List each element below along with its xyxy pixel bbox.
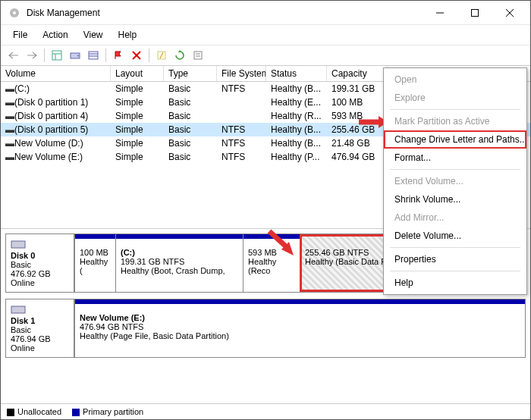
toolbar-delete-icon[interactable] (128, 47, 145, 64)
col-status[interactable]: Status (266, 66, 327, 81)
cell: Simple (111, 109, 164, 123)
disk-row[interactable]: Disk 1Basic476.94 GBOnlineNew Volume (E:… (5, 299, 526, 358)
toolbar-list-icon[interactable] (85, 47, 102, 64)
context-menu: Open Explore Mark Partition as Active Ch… (383, 67, 527, 295)
cell: ▬New Volume (E:) (1, 150, 111, 164)
legend-unallocated: Unallocated (17, 407, 61, 416)
back-button[interactable] (5, 47, 22, 64)
ctx-format[interactable]: Format... (384, 149, 526, 167)
menu-help[interactable]: Help (111, 27, 145, 43)
app-icon (8, 7, 20, 19)
cell: ▬(C:) (1, 82, 111, 96)
ctx-mark-active[interactable]: Mark Partition as Active (384, 112, 526, 130)
cell: Simple (111, 82, 164, 96)
cell: Basic (164, 82, 217, 96)
legend-primary: Primary partition (83, 407, 143, 416)
cell: Healthy (R... (266, 109, 327, 123)
titlebar: Disk Management (1, 1, 530, 25)
toolbar-flag-icon[interactable] (110, 47, 127, 64)
toolbar-layout-icon[interactable] (49, 47, 65, 64)
toolbar-properties-icon[interactable] (190, 47, 206, 64)
partition[interactable]: 593 MBHealthy (Reco (243, 234, 300, 292)
cell: 199.31 GB (327, 82, 388, 96)
toolbar-drive-icon[interactable] (67, 47, 83, 64)
cell (217, 96, 266, 109)
ctx-help[interactable]: Help (384, 274, 526, 292)
disk-partitions: New Volume (E:)476.94 GB NTFSHealthy (Pa… (74, 299, 525, 357)
menu-action[interactable]: Action (35, 27, 75, 43)
ctx-properties[interactable]: Properties (384, 250, 526, 268)
ctx-shrink[interactable]: Shrink Volume... (384, 190, 526, 208)
toolbar-wizard-icon[interactable] (153, 47, 170, 64)
cell: NTFS (217, 150, 266, 164)
cell: Healthy (P... (266, 150, 327, 164)
cell: Basic (164, 136, 217, 150)
svg-rect-21 (11, 306, 25, 313)
svg-point-10 (77, 55, 79, 57)
cell (217, 109, 266, 123)
cell: ▬(Disk 0 partition 5) (1, 123, 111, 136)
cell: ▬New Volume (D:) (1, 136, 111, 150)
svg-point-1 (13, 11, 16, 14)
col-type[interactable]: Type (164, 66, 217, 81)
close-button[interactable] (492, 2, 527, 24)
partition[interactable]: (C:)199.31 GB NTFSHealthy (Boot, Crash D… (115, 234, 243, 292)
ctx-delete[interactable]: Delete Volume... (384, 227, 526, 245)
window-title: Disk Management (27, 8, 423, 18)
legend: Unallocated Primary partition (1, 403, 530, 419)
cell: 476.94 GB (327, 150, 388, 164)
cell: Healthy (B... (266, 136, 327, 150)
cell: Healthy (B... (266, 123, 327, 136)
col-volume[interactable]: Volume (1, 66, 111, 81)
toolbar-refresh-icon[interactable] (171, 47, 188, 64)
menu-view[interactable]: View (76, 27, 111, 43)
svg-rect-6 (52, 51, 61, 60)
cell: ▬(Disk 0 partition 1) (1, 96, 111, 109)
cell: Basic (164, 109, 217, 123)
minimize-button[interactable] (423, 2, 457, 24)
cell: 21.48 GB (327, 136, 388, 150)
svg-rect-3 (472, 9, 479, 16)
svg-rect-20 (11, 241, 25, 248)
cell: Basic (164, 123, 217, 136)
disk-info: Disk 0Basic476.92 GBOnline (6, 234, 74, 292)
forward-button[interactable] (24, 47, 40, 64)
window-controls (423, 2, 527, 24)
col-capacity[interactable]: Capacity (327, 66, 388, 81)
cell: 255.46 GB (327, 123, 388, 136)
cell: ▬(Disk 0 partition 4) (1, 109, 111, 123)
cell: Simple (111, 136, 164, 150)
cell: Healthy (E... (266, 96, 327, 109)
ctx-explore[interactable]: Explore (384, 89, 526, 107)
cell: Simple (111, 123, 164, 136)
disk-info: Disk 1Basic476.94 GBOnline (6, 299, 74, 357)
cell: NTFS (217, 82, 266, 96)
cell: NTFS (217, 123, 266, 136)
col-fs[interactable]: File System (217, 66, 266, 81)
ctx-open[interactable]: Open (384, 71, 526, 89)
cell: NTFS (217, 136, 266, 150)
svg-rect-17 (194, 52, 202, 59)
ctx-add-mirror[interactable]: Add Mirror... (384, 208, 526, 227)
svg-rect-11 (89, 52, 98, 59)
cell: 100 MB (327, 96, 388, 109)
cell: Simple (111, 96, 164, 109)
maximize-button[interactable] (457, 2, 492, 24)
cell: Basic (164, 96, 217, 109)
partition[interactable]: New Volume (E:)476.94 GB NTFSHealthy (Pa… (74, 299, 525, 357)
ctx-change-letter[interactable]: Change Drive Letter and Paths... (384, 130, 526, 149)
menubar: File Action View Help (1, 25, 530, 45)
toolbar (1, 45, 530, 66)
partition[interactable]: 100 MBHealthy ( (74, 234, 115, 292)
col-layout[interactable]: Layout (111, 66, 164, 81)
menu-file[interactable]: File (5, 27, 35, 43)
cell: Basic (164, 150, 217, 164)
window: Disk Management File Action View Help Vo… (0, 0, 531, 420)
cell: Healthy (B... (266, 82, 327, 96)
cell: 593 MB (327, 109, 388, 123)
cell: Simple (111, 150, 164, 164)
ctx-extend[interactable]: Extend Volume... (384, 172, 526, 190)
